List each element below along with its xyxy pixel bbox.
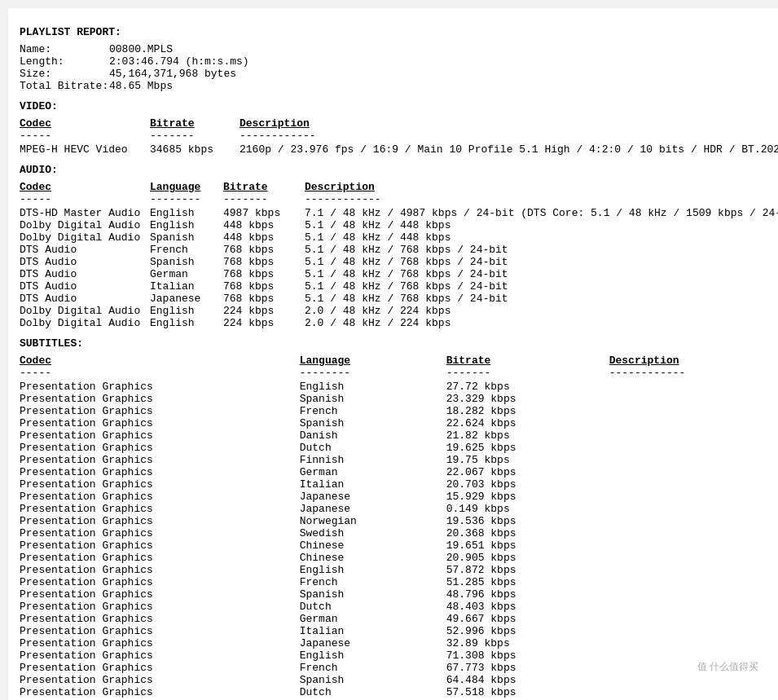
sub-bitrate: 48.403 kbps: [446, 601, 609, 613]
sub-description: [609, 527, 775, 539]
sub-lang: Spanish: [300, 588, 446, 601]
audio-codec: DTS Audio: [20, 244, 150, 256]
audio-description: 2.0 / 48 kHz / 224 kbps: [305, 317, 778, 329]
table-row: DTS Audio Japanese 768 kbps 5.1 / 48 kHz…: [20, 293, 778, 305]
audio-bitrate: 768 kbps: [223, 244, 305, 256]
audio-col-lang: Language: [150, 181, 223, 193]
sub-description: [609, 552, 775, 564]
sub-description: [609, 478, 775, 491]
sub-description: [609, 588, 775, 601]
watermark: 值 什么值得买: [694, 658, 762, 676]
sub-lang: Swedish: [300, 527, 446, 539]
audio-bitrate: 448 kbps: [223, 219, 305, 231]
audio-lang: Italian: [150, 280, 223, 293]
audio-codec: DTS Audio: [20, 280, 150, 293]
table-row: Dolby Digital Audio English 448 kbps 5.1…: [20, 219, 778, 231]
report-info: Name: 00800.MPLS Length: 2:03:46.794 (h:…: [20, 43, 775, 92]
sub-codec: Presentation Graphics: [20, 601, 300, 613]
sub-lang: French: [300, 662, 446, 674]
table-row: Presentation Graphics Dutch 48.403 kbps: [20, 601, 775, 613]
audio-bitrate: 4987 kbps: [223, 207, 305, 219]
audio-lang: Spanish: [150, 231, 223, 244]
audio-divider-row: ----- -------- ------- ------------: [20, 193, 778, 207]
sub-lang: Italian: [300, 478, 446, 491]
sub-lang: Dutch: [300, 442, 446, 454]
sub-description: [609, 613, 775, 625]
report-title: PLAYLIST REPORT:: [20, 26, 775, 38]
video-div-3: ------------: [240, 130, 778, 143]
audio-lang: French: [150, 244, 223, 256]
table-row: Presentation Graphics Chinese 20.905 kbp…: [20, 552, 775, 564]
subtitles-table: Codec Language Bitrate Description -----…: [20, 354, 775, 700]
audio-description: 2.0 / 48 kHz / 224 kbps: [305, 305, 778, 317]
video-table-wrapper: Codec Bitrate Description ----- ------- …: [20, 117, 775, 156]
sub-codec: Presentation Graphics: [20, 503, 300, 515]
audio-description: 5.1 / 48 kHz / 768 kbps / 24-bit: [305, 244, 778, 256]
subtitles-section-title: SUBTITLES:: [20, 337, 775, 350]
table-row: DTS-HD Master Audio English 4987 kbps 7.…: [20, 207, 778, 219]
video-div-2: -------: [150, 130, 240, 143]
sub-lang: English: [300, 649, 446, 662]
table-row: Presentation Graphics Spanish 23.329 kbp…: [20, 393, 775, 405]
audio-description: 5.1 / 48 kHz / 768 kbps / 24-bit: [305, 268, 778, 280]
sub-description: [609, 601, 775, 613]
sub-codec: Presentation Graphics: [20, 637, 300, 649]
table-row: Presentation Graphics English 71.308 kbp…: [20, 649, 775, 662]
table-row: Dolby Digital Audio English 224 kbps 2.0…: [20, 305, 778, 317]
sub-lang: Norwegian: [300, 515, 446, 527]
table-row: Presentation Graphics Swedish 20.368 kbp…: [20, 527, 775, 539]
subtitles-header-row: Codec Language Bitrate Description: [20, 354, 775, 367]
sub-col-codec: Codec: [20, 354, 300, 367]
table-row: Presentation Graphics Norwegian 19.536 k…: [20, 515, 775, 527]
sub-codec: Presentation Graphics: [20, 466, 300, 478]
sub-lang: French: [300, 576, 446, 588]
sub-bitrate: 19.536 kbps: [446, 515, 609, 527]
video-col-codec: Codec: [20, 117, 150, 130]
table-row: DTS Audio German 768 kbps 5.1 / 48 kHz /…: [20, 268, 778, 280]
name-label: Name:: [20, 43, 109, 55]
table-row: Presentation Graphics Japanese 32.89 kbp…: [20, 637, 775, 649]
audio-lang: English: [150, 219, 223, 231]
sub-description: [609, 564, 775, 576]
sub-bitrate: 52.996 kbps: [446, 625, 609, 637]
sub-bitrate: 71.308 kbps: [446, 649, 609, 662]
table-row: Presentation Graphics Danish 21.82 kbps: [20, 429, 775, 442]
sub-codec: Presentation Graphics: [20, 564, 300, 576]
sub-codec: Presentation Graphics: [20, 442, 300, 454]
table-row: DTS Audio Italian 768 kbps 5.1 / 48 kHz …: [20, 280, 778, 293]
bitrate-value: 48.65 Mbps: [109, 80, 173, 92]
sub-bitrate: 57.872 kbps: [446, 564, 609, 576]
audio-bitrate: 768 kbps: [223, 256, 305, 268]
audio-description: 5.1 / 48 kHz / 448 kbps: [305, 219, 778, 231]
table-row: Presentation Graphics Chinese 19.651 kbp…: [20, 539, 775, 552]
table-row: Presentation Graphics Finnish 19.75 kbps: [20, 454, 775, 466]
video-tbody: MPEG-H HEVC Video 34685 kbps 2160p / 23.…: [20, 143, 778, 156]
sub-bitrate: 48.796 kbps: [446, 588, 609, 601]
sub-bitrate: 23.329 kbps: [446, 393, 609, 405]
audio-codec: DTS Audio: [20, 293, 150, 305]
sub-lang: Finnish: [300, 454, 446, 466]
sub-lang: Dutch: [300, 601, 446, 613]
sub-codec: Presentation Graphics: [20, 478, 300, 491]
sub-bitrate: 67.773 kbps: [446, 662, 609, 674]
audio-bitrate: 448 kbps: [223, 231, 305, 244]
sub-description: [609, 466, 775, 478]
sub-lang: Japanese: [300, 637, 446, 649]
sub-description: [609, 503, 775, 515]
sub-description: [609, 539, 775, 552]
video-bitrate: 34685 kbps: [150, 143, 240, 156]
table-row: Dolby Digital Audio English 224 kbps 2.0…: [20, 317, 778, 329]
sub-bitrate: 20.368 kbps: [446, 527, 609, 539]
video-table: Codec Bitrate Description ----- ------- …: [20, 117, 778, 156]
sub-col-bitrate: Bitrate: [446, 354, 609, 367]
audio-codec: Dolby Digital Audio: [20, 317, 150, 329]
sub-description: [609, 429, 775, 442]
audio-description: 5.1 / 48 kHz / 448 kbps: [305, 231, 778, 244]
sub-bitrate: 27.72 kbps: [446, 381, 609, 393]
video-div-1: -----: [20, 130, 150, 143]
sub-codec: Presentation Graphics: [20, 527, 300, 539]
sub-codec: Presentation Graphics: [20, 417, 300, 429]
sub-lang: Spanish: [300, 674, 446, 686]
sub-col-desc: Description: [609, 354, 775, 367]
sub-codec: Presentation Graphics: [20, 576, 300, 588]
